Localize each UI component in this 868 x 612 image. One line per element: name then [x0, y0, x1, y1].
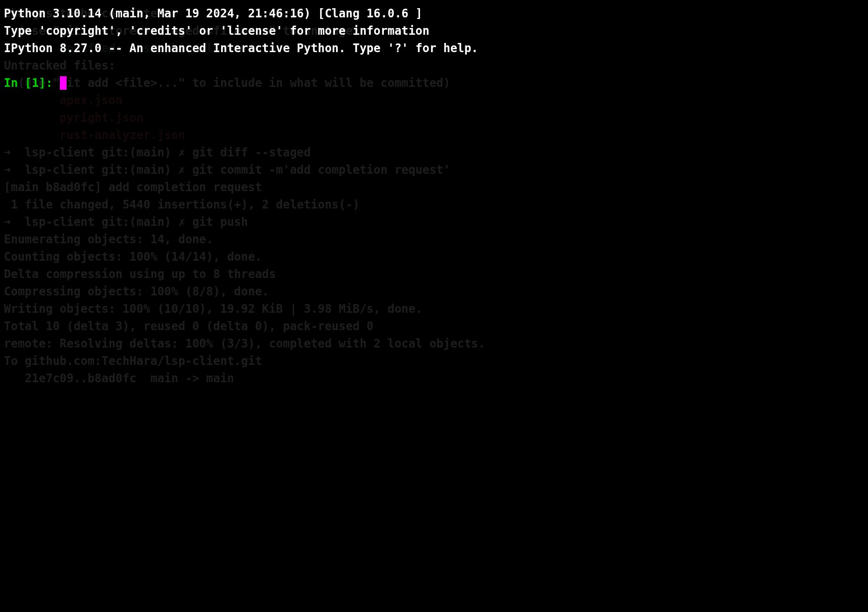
python-version-line: Python 3.10.14 (main, Mar 19 2024, 21:46… — [4, 5, 864, 22]
bg-line: Compressing objects: 100% (8/8), done. — [4, 283, 485, 300]
prompt-label: In [1]: — [4, 76, 60, 90]
bg-line: ➜ lsp-client git:(main) ✗ git commit -m'… — [4, 161, 485, 179]
bg-line: ➜ lsp-client git:(main) ✗ git push — [4, 213, 485, 231]
bg-line: pyright.json — [4, 109, 485, 126]
bg-line: remote: Resolving deltas: 100% (3/3), co… — [4, 335, 485, 352]
bg-line: apex.json — [4, 92, 485, 109]
ipython-version-line: IPython 8.27.0 -- An enhanced Interactiv… — [4, 40, 864, 57]
bg-line: Counting objects: 100% (14/14), done. — [4, 248, 485, 265]
background-ghost-layer: Changes to be committed: (use "git resto… — [4, 5, 485, 387]
bg-line: 1 file changed, 5440 insertions(+), 2 de… — [4, 196, 485, 213]
bg-line: Untracked files: — [4, 57, 485, 74]
bg-line: Enumerating objects: 14, done. — [4, 231, 485, 248]
python-help-line: Type 'copyright', 'credits' or 'license'… — [4, 22, 864, 40]
cursor-icon — [60, 76, 67, 90]
bg-line: Delta compression using up to 8 threads — [4, 265, 485, 283]
bg-line: rust-analyzer.json — [4, 126, 485, 144]
ipython-prompt[interactable]: In [1]: — [4, 74, 864, 92]
bg-line: ➜ lsp-client git:(main) ✗ git diff --sta… — [4, 144, 485, 161]
bg-line: To github.com:TechHara/lsp-client.git — [4, 352, 485, 370]
bg-line: Writing objects: 100% (10/10), 19.92 KiB… — [4, 300, 485, 318]
bg-line: Total 10 (delta 3), reused 0 (delta 0), … — [4, 318, 485, 335]
bg-line: [main b8ad0fc] add completion request — [4, 179, 485, 196]
bg-line: 21e7c09..b8ad0fc main -> main — [4, 370, 485, 387]
